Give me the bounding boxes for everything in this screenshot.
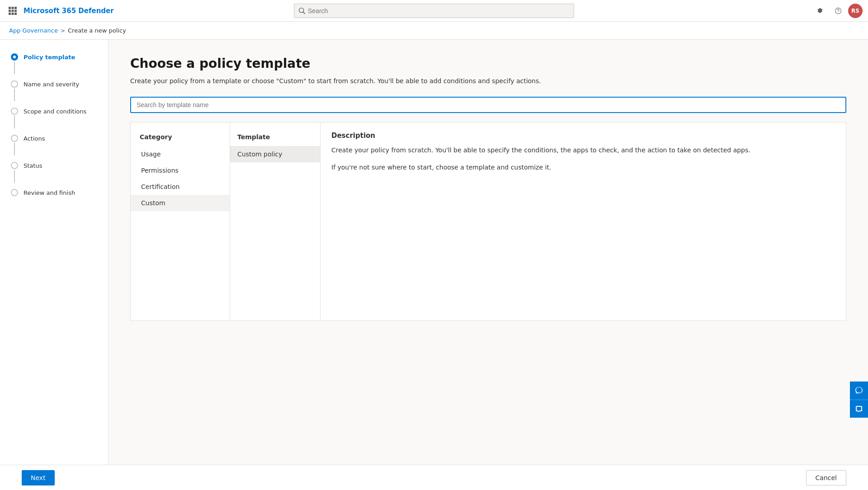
step2-connector [11, 80, 18, 102]
step1-connector [11, 53, 18, 75]
chat-button[interactable] [850, 400, 868, 418]
step1-circle [11, 53, 18, 61]
breadcrumb-separator: > [61, 28, 65, 34]
category-column-header: Category [131, 130, 230, 146]
category-usage[interactable]: Usage [131, 146, 230, 162]
step2-circle [11, 80, 18, 88]
global-search-bar[interactable] [294, 4, 574, 18]
step5-label: Status [24, 162, 42, 170]
description-text-2: If you're not sure where to start, choos… [331, 162, 835, 172]
template-search-input[interactable] [130, 97, 846, 113]
step3-label: Scope and conditions [24, 108, 86, 116]
page-title: Choose a policy template [130, 56, 846, 71]
svg-rect-8 [14, 13, 17, 15]
help-button[interactable] [830, 3, 846, 19]
svg-rect-7 [12, 13, 14, 15]
step2-line [14, 89, 15, 101]
cancel-button[interactable]: Cancel [806, 470, 846, 485]
wizard-sidebar: Policy template Name and severity Scope … [0, 40, 108, 490]
step-status[interactable]: Status [0, 159, 108, 186]
step1-label: Policy template [24, 53, 75, 61]
next-button[interactable]: Next [22, 470, 55, 485]
step-policy-template[interactable]: Policy template [0, 51, 108, 78]
grid-menu-icon[interactable] [5, 4, 20, 18]
step-name-severity[interactable]: Name and severity [0, 78, 108, 105]
category-permissions[interactable]: Permissions [131, 162, 230, 179]
nav-right-actions: RS [812, 3, 863, 19]
step6-circle [11, 189, 18, 196]
action-bar: Next Cancel [0, 465, 868, 490]
step5-connector [11, 162, 18, 184]
feedback-button[interactable] [850, 382, 868, 400]
step-scope-conditions[interactable]: Scope and conditions [0, 105, 108, 132]
description-heading: Description [331, 132, 835, 140]
app-title: Microsoft 365 Defender [24, 7, 114, 15]
breadcrumb: App Governance > Create a new policy [0, 22, 868, 40]
main-content: Choose a policy template Create your pol… [108, 40, 868, 490]
category-certification[interactable]: Certification [131, 179, 230, 195]
side-actions [850, 382, 868, 418]
breadcrumb-current: Create a new policy [68, 27, 126, 34]
step4-connector [11, 135, 18, 156]
step5-circle [11, 162, 18, 169]
page-description: Create your policy from a template or ch… [130, 76, 846, 86]
step4-label: Actions [24, 135, 45, 143]
step4-line [14, 143, 15, 155]
step-review-finish[interactable]: Review and finish [0, 186, 108, 200]
category-column: Category Usage Permissions Certification… [131, 122, 230, 320]
svg-rect-3 [9, 9, 11, 12]
template-panel: Category Usage Permissions Certification… [130, 122, 846, 321]
main-layout: Policy template Name and severity Scope … [0, 40, 868, 490]
svg-rect-2 [14, 7, 17, 9]
step-actions[interactable]: Actions [0, 132, 108, 159]
step3-circle [11, 108, 18, 115]
breadcrumb-parent-link[interactable]: App Governance [9, 27, 58, 34]
step3-connector [11, 108, 18, 129]
avatar[interactable]: RS [848, 4, 863, 18]
global-search-input[interactable] [308, 7, 569, 14]
top-navigation: Microsoft 365 Defender RS [0, 0, 868, 22]
svg-rect-4 [12, 9, 14, 12]
template-column-header: Template [230, 130, 320, 146]
search-icon [299, 8, 305, 14]
step2-label: Name and severity [24, 80, 79, 89]
step1-line [14, 61, 15, 74]
settings-button[interactable] [812, 3, 828, 19]
step3-line [14, 116, 15, 128]
description-text-1: Create your policy from scratch. You'll … [331, 145, 835, 155]
template-custom-policy[interactable]: Custom policy [230, 146, 320, 162]
step6-label: Review and finish [24, 189, 75, 197]
template-column: Template Custom policy [230, 122, 321, 320]
svg-rect-0 [9, 7, 11, 9]
svg-rect-6 [9, 13, 11, 15]
step4-circle [11, 135, 18, 142]
description-column: Description Create your policy from scra… [321, 122, 846, 320]
step5-line [14, 170, 15, 183]
category-custom[interactable]: Custom [131, 195, 230, 211]
svg-rect-1 [12, 7, 14, 9]
step6-connector [11, 189, 18, 196]
svg-rect-5 [14, 9, 17, 12]
